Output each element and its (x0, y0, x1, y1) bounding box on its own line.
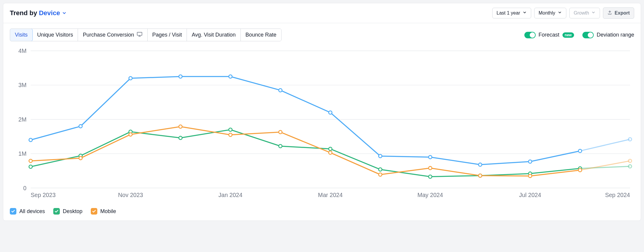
title-prefix: Trend by (10, 9, 37, 17)
card-header: Trend by Device Last 1 year Monthly Grow… (3, 3, 641, 23)
range-value: Last 1 year (497, 10, 520, 16)
svg-point-34 (29, 165, 32, 168)
svg-point-30 (479, 163, 482, 166)
legend-item-desktop[interactable]: Desktop (53, 208, 82, 215)
tab-label: Avg. Visit Duration (192, 32, 235, 38)
granularity-select[interactable]: Monthly (534, 8, 566, 18)
tab-label: Pages / Visit (152, 32, 182, 38)
svg-point-27 (329, 111, 332, 114)
line-chart-svg: 01M2M3M4MSep 2023Nov 2023Jan 2024Mar 202… (10, 47, 634, 204)
legend-item-mobile[interactable]: Mobile (91, 208, 116, 215)
svg-point-54 (379, 173, 382, 176)
svg-point-50 (179, 125, 182, 128)
svg-text:1M: 1M (18, 150, 26, 157)
legend-label: Mobile (100, 208, 116, 215)
svg-point-46 (628, 165, 632, 168)
tab-visits[interactable]: Visits (10, 29, 33, 41)
legend-item-all-devices[interactable]: All devices (10, 208, 45, 215)
svg-point-39 (279, 144, 282, 148)
svg-point-53 (329, 151, 332, 154)
svg-point-28 (379, 155, 382, 158)
svg-point-52 (279, 130, 282, 134)
header-controls: Last 1 year Monthly Growth Export (492, 7, 634, 19)
export-button[interactable]: Export (603, 7, 634, 19)
svg-text:0: 0 (23, 185, 26, 191)
checkbox-checked-icon (53, 208, 60, 215)
controls-row: Visits Unique Visitors Purchase Conversi… (10, 29, 634, 41)
checkbox-checked-icon (91, 208, 97, 215)
svg-point-24 (179, 75, 182, 78)
svg-text:Jul 2024: Jul 2024 (519, 192, 541, 198)
deviation-toggle[interactable]: Deviation range (582, 32, 634, 38)
svg-point-42 (429, 175, 432, 178)
svg-text:2M: 2M (18, 116, 26, 123)
svg-point-51 (229, 133, 232, 136)
svg-point-47 (29, 159, 32, 163)
svg-point-31 (529, 160, 532, 163)
tab-purchase-conversion[interactable]: Purchase Conversion (78, 29, 147, 41)
export-label: Export (615, 10, 630, 16)
svg-rect-1 (137, 32, 142, 35)
svg-point-22 (79, 125, 82, 128)
svg-point-48 (79, 157, 82, 160)
svg-text:3M: 3M (18, 82, 26, 88)
desktop-icon (137, 32, 143, 38)
chevron-down-icon (591, 10, 595, 16)
tab-pages-per-visit[interactable]: Pages / Visit (148, 29, 187, 41)
chevron-down-icon (62, 11, 67, 15)
svg-point-29 (429, 155, 432, 159)
growth-value: Growth (574, 10, 589, 16)
svg-point-40 (329, 147, 332, 150)
svg-text:Jan 2024: Jan 2024 (218, 192, 243, 198)
svg-point-38 (229, 128, 232, 131)
forecast-toggle[interactable]: Forecast new (524, 32, 574, 38)
new-badge: new (562, 32, 574, 38)
growth-select[interactable]: Growth (569, 8, 600, 18)
tab-label: Visits (15, 32, 28, 38)
tab-label: Bounce Rate (246, 32, 276, 38)
svg-point-59 (628, 159, 632, 163)
svg-text:May 2024: May 2024 (418, 192, 443, 198)
toggle-label: Forecast (539, 32, 559, 38)
tab-label: Purchase Conversion (83, 32, 134, 38)
card-body: Visits Unique Visitors Purchase Conversi… (3, 23, 641, 220)
chevron-down-icon (558, 10, 562, 16)
svg-point-56 (479, 174, 482, 177)
svg-text:4M: 4M (18, 48, 26, 54)
upload-icon (607, 10, 612, 16)
legend-label: All devices (19, 208, 45, 215)
tab-avg-visit-duration[interactable]: Avg. Visit Duration (187, 29, 240, 41)
title-dimension: Device (39, 9, 60, 17)
legend-label: Desktop (63, 208, 82, 215)
toggles: Forecast new Deviation range (524, 32, 634, 38)
svg-point-57 (529, 174, 532, 178)
chevron-down-icon (523, 10, 527, 16)
svg-point-41 (379, 168, 382, 171)
svg-text:Nov 2023: Nov 2023 (118, 192, 143, 198)
svg-text:Sep 2024: Sep 2024 (605, 192, 630, 198)
svg-text:Mar 2024: Mar 2024 (318, 192, 343, 198)
toggle-label: Deviation range (597, 32, 634, 38)
tab-bounce-rate[interactable]: Bounce Rate (241, 29, 281, 41)
svg-text:Sep 2023: Sep 2023 (31, 192, 56, 198)
granularity-value: Monthly (539, 10, 555, 16)
svg-point-26 (279, 89, 282, 92)
chart: 01M2M3M4MSep 2023Nov 2023Jan 2024Mar 202… (10, 47, 634, 204)
svg-point-55 (429, 166, 432, 170)
range-select[interactable]: Last 1 year (492, 8, 531, 18)
svg-point-58 (579, 168, 582, 172)
svg-point-37 (179, 136, 182, 139)
svg-point-23 (129, 77, 132, 80)
switch-on-icon (524, 32, 536, 38)
trend-card: Trend by Device Last 1 year Monthly Grow… (3, 3, 641, 221)
tab-label: Unique Visitors (37, 32, 73, 38)
tab-unique-visitors[interactable]: Unique Visitors (32, 29, 78, 41)
legend: All devices Desktop Mobile (10, 208, 634, 215)
card-title[interactable]: Trend by Device (10, 9, 67, 17)
svg-point-25 (229, 75, 232, 78)
svg-point-33 (628, 138, 632, 141)
svg-point-21 (29, 138, 32, 141)
svg-point-49 (129, 133, 132, 136)
checkbox-checked-icon (10, 208, 16, 215)
switch-on-icon (582, 32, 594, 38)
